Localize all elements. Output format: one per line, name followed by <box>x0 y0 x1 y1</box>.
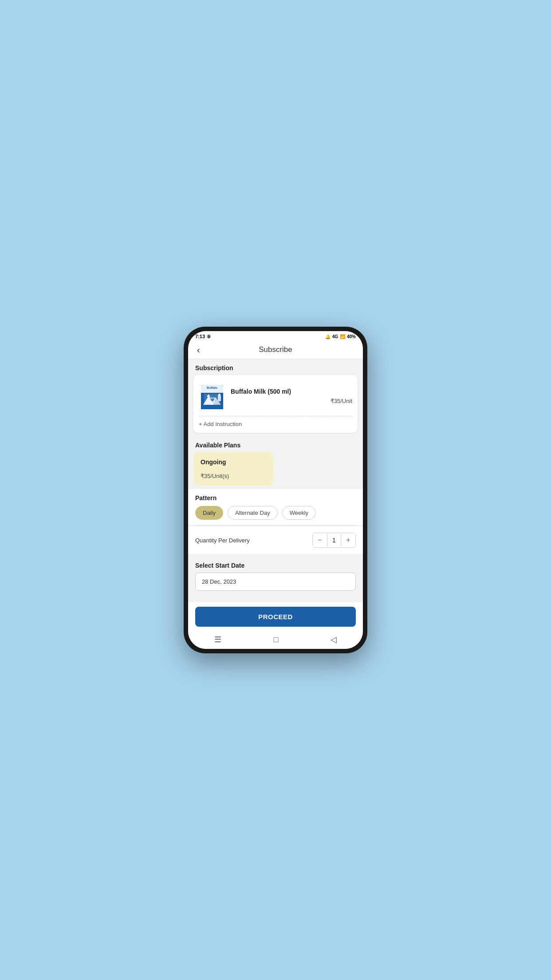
svg-rect-12 <box>218 394 220 396</box>
nav-home-icon[interactable]: □ <box>274 635 279 644</box>
header: ‹ Subscribe <box>188 341 363 359</box>
product-image: Buffalo FRESH MILK <box>199 380 225 411</box>
product-card: Buffalo FRESH MILK Buffalo Milk (500 ml) <box>193 375 358 433</box>
pattern-alternate-day-button[interactable]: Alternate Day <box>228 506 278 520</box>
start-date-label: Select Start Date <box>195 562 356 569</box>
pattern-weekly-button[interactable]: Weekly <box>282 506 316 520</box>
quantity-label: Quantity Per Delivery <box>195 537 250 544</box>
start-date-input[interactable]: 28 Dec, 2023 <box>195 573 356 591</box>
quantity-section: Quantity Per Delivery − 1 + <box>188 526 363 554</box>
quantity-decrease-button[interactable]: − <box>313 533 327 547</box>
pattern-daily-button[interactable]: Daily <box>195 506 223 520</box>
plan-price: ₹35/Unit(s) <box>201 473 266 479</box>
quantity-value: 1 <box>327 534 341 546</box>
proceed-button[interactable]: Proceed <box>195 607 356 627</box>
nav-bar: ☰ □ ◁ <box>188 631 363 649</box>
status-icons: 🔔 4G 📶 40% <box>325 334 356 339</box>
status-time: 7:13 ⑨ <box>195 334 211 339</box>
svg-text:MILK: MILK <box>209 400 215 403</box>
divider <box>199 416 352 416</box>
address-section: Select Address Add New Address <box>188 597 363 602</box>
svg-text:FRESH: FRESH <box>209 397 216 399</box>
quantity-control: − 1 + <box>312 533 356 548</box>
product-price: ₹35/Unit <box>331 398 352 404</box>
product-info: Buffalo Milk (500 ml) ₹35/Unit <box>231 388 352 404</box>
add-instruction-link[interactable]: + Add Instruction <box>199 421 352 427</box>
pattern-label: Pattern <box>195 494 356 502</box>
start-date-section: Select Start Date 28 Dec, 2023 <box>188 557 363 594</box>
page-title: Subscribe <box>259 345 292 354</box>
subscription-section-header: Subscription <box>188 359 363 375</box>
nav-back-icon[interactable]: ◁ <box>331 635 337 644</box>
svg-text:Buffalo: Buffalo <box>207 386 217 389</box>
quantity-increase-button[interactable]: + <box>341 533 355 547</box>
plan-card-ongoing[interactable]: Ongoing ₹35/Unit(s) <box>193 452 273 486</box>
product-row: Buffalo FRESH MILK Buffalo Milk (500 ml) <box>199 380 352 411</box>
plans-section-header: Available Plans <box>188 436 363 452</box>
nav-menu-icon[interactable]: ☰ <box>214 635 221 644</box>
svg-rect-2 <box>201 389 223 393</box>
price-row: ₹35/Unit <box>231 398 352 404</box>
pattern-section: Pattern Daily Alternate Day Weekly <box>188 489 363 525</box>
plan-name: Ongoing <box>201 458 266 466</box>
bottom-bar: Proceed <box>188 602 363 631</box>
back-button[interactable]: ‹ <box>195 343 202 357</box>
status-bar: 7:13 ⑨ 🔔 4G 📶 40% <box>188 331 363 341</box>
section-divider <box>195 525 356 526</box>
main-content: Subscription <box>188 359 363 602</box>
available-plans-section: Available Plans Ongoing ₹35/Unit(s) <box>188 436 363 486</box>
product-name: Buffalo Milk (500 ml) <box>231 388 352 395</box>
svg-rect-11 <box>218 395 221 401</box>
pattern-buttons: Daily Alternate Day Weekly <box>195 506 356 520</box>
